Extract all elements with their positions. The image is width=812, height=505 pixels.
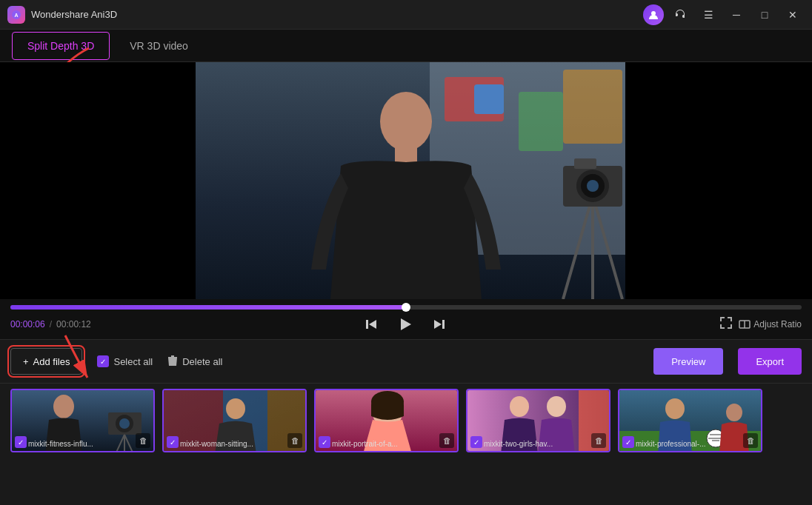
thumb-2-delete[interactable]: 🗑	[287, 433, 302, 448]
user-avatar-button[interactable]	[643, 4, 664, 25]
svg-rect-7	[519, 92, 563, 151]
close-button[interactable]: ✕	[781, 4, 805, 25]
thumb-1-delete[interactable]: 🗑	[136, 433, 150, 448]
player-controls: 00:00:06 / 00:00:12	[0, 310, 812, 339]
thumb-4-delete[interactable]: 🗑	[591, 433, 606, 448]
time-separator: /	[50, 319, 52, 330]
thumb-2-label: mixkit-woman-sitting...	[180, 440, 286, 448]
add-icon: +	[23, 356, 29, 367]
minimize-button[interactable]: ─	[725, 4, 748, 25]
svg-rect-9	[563, 70, 622, 144]
svg-point-52	[665, 398, 685, 419]
progress-handle[interactable]	[402, 303, 410, 312]
play-button[interactable]	[393, 312, 417, 336]
progress-bar[interactable]	[10, 305, 802, 310]
headset-button[interactable]	[668, 4, 692, 25]
thumb-3-delete[interactable]: 🗑	[439, 433, 454, 448]
thumb-5-check[interactable]: ✓	[622, 436, 634, 448]
main-area: 00:00:06 / 00:00:12	[0, 62, 812, 458]
svg-rect-21	[625, 62, 812, 299]
svg-point-47	[510, 396, 529, 417]
app-logo: A	[7, 6, 25, 24]
add-files-label: Add files	[33, 356, 70, 367]
thumb-4-check[interactable]: ✓	[470, 436, 482, 448]
export-button[interactable]: Export	[738, 348, 802, 375]
thumb-3-check[interactable]: ✓	[319, 436, 330, 448]
svg-rect-26	[442, 320, 445, 329]
thumb-1-check[interactable]: ✓	[15, 436, 27, 448]
tab-vr-3d[interactable]: VR 3D video	[114, 32, 204, 60]
add-files-button[interactable]: + Add files	[10, 348, 82, 375]
thumb-5-label: mixkit-professional-...	[636, 440, 742, 448]
svg-rect-23	[366, 320, 368, 329]
time-total: 00:00:12	[56, 319, 91, 330]
controls-left: 00:00:06 / 00:00:12	[10, 319, 91, 330]
file-strip: ✓ mixkit-fitness-influ... 🗑	[0, 384, 812, 458]
time-current: 00:00:06	[10, 319, 45, 330]
svg-marker-24	[401, 318, 411, 330]
thumb-5-delete[interactable]: 🗑	[743, 433, 758, 448]
preview-button[interactable]: Preview	[653, 348, 723, 375]
svg-text:A: A	[14, 13, 18, 18]
thumbnail-5[interactable]: ✓ mixkit-professional-... 🗑	[618, 389, 762, 452]
thumbnail-2[interactable]: ✓ mixkit-woman-sitting... 🗑	[162, 389, 307, 452]
select-all-checkbox[interactable]: ✓	[97, 355, 109, 367]
thumbnail-3[interactable]: ✓ mixkit-portrait-of-a... 🗑	[314, 389, 459, 452]
video-content	[0, 62, 812, 299]
controls-right: Adjust Ratio	[719, 316, 802, 332]
svg-rect-11	[395, 147, 417, 162]
svg-point-48	[547, 396, 566, 417]
svg-point-10	[380, 92, 432, 151]
menu-button[interactable]: ☰	[696, 4, 720, 25]
svg-point-42	[226, 398, 245, 419]
progress-bar-fill	[10, 305, 406, 310]
thumb-1-label: mixkit-fitness-influ...	[28, 440, 134, 448]
delete-all-action[interactable]: Delete all	[167, 355, 222, 369]
thumbnail-1[interactable]: ✓ mixkit-fitness-influ... 🗑	[10, 389, 155, 452]
svg-point-54	[726, 404, 742, 421]
toolbar: + Add files ✓ Select all Delete all Prev…	[0, 339, 812, 384]
prev-button[interactable]	[361, 314, 382, 335]
delete-all-label: Delete all	[182, 356, 222, 367]
thumbnail-4[interactable]: ✓ mixkit-two-girls-hav... 🗑	[466, 389, 610, 452]
controls-center	[361, 312, 450, 336]
thumb-3-label: mixkit-portrait-of-a...	[332, 440, 438, 448]
trash-icon	[167, 355, 178, 369]
next-button[interactable]	[429, 314, 450, 335]
tab-bar: Split Depth 3D VR 3D video	[0, 30, 812, 62]
svg-marker-22	[369, 320, 376, 329]
svg-marker-25	[434, 320, 442, 329]
select-all-action[interactable]: ✓ Select all	[97, 355, 153, 367]
title-bar: A Wondershare Ani3D ☰ ─ □ ✕	[0, 0, 812, 30]
app-title: Wondershare Ani3D	[31, 9, 117, 20]
svg-point-18	[587, 180, 599, 192]
svg-point-31	[53, 395, 74, 418]
thumb-2-check[interactable]: ✓	[167, 436, 179, 448]
expand-button[interactable]	[719, 316, 733, 332]
thumb-4-label: mixkit-two-girls-hav...	[484, 440, 590, 448]
svg-rect-8	[474, 84, 504, 114]
progress-section	[0, 299, 812, 310]
tab-split-depth[interactable]: Split Depth 3D	[12, 32, 110, 60]
title-bar-right: ☰ ─ □ ✕	[643, 4, 805, 25]
video-background	[0, 62, 812, 299]
svg-rect-20	[0, 62, 196, 299]
maximize-button[interactable]: □	[753, 4, 776, 25]
video-area	[0, 62, 812, 299]
adjust-ratio-label: Adjust Ratio	[753, 319, 802, 330]
select-all-label: Select all	[113, 356, 153, 367]
svg-point-34	[119, 418, 130, 429]
title-bar-left: A Wondershare Ani3D	[7, 6, 117, 24]
svg-rect-19	[574, 158, 596, 169]
adjust-ratio-button[interactable]: Adjust Ratio	[739, 318, 802, 330]
